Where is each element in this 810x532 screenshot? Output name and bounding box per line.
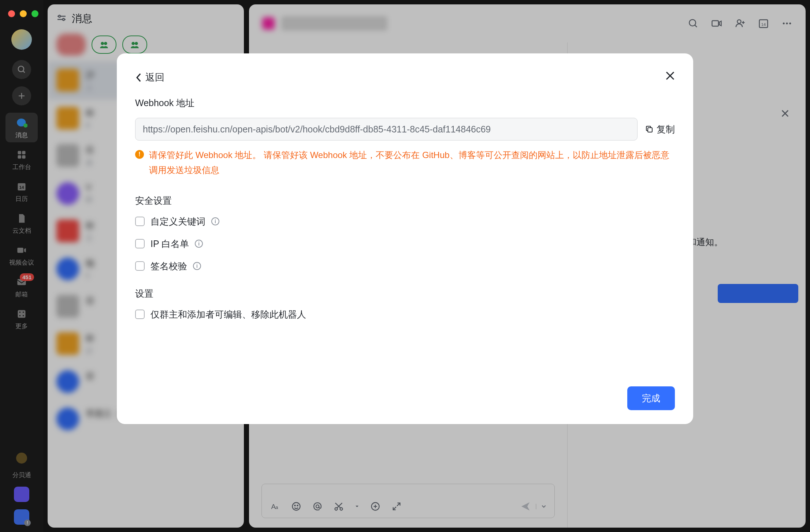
checkbox[interactable] — [135, 261, 145, 271]
checkbox-ip-whitelist[interactable]: IP 白名单 i — [135, 238, 675, 250]
webhook-section-title: Webhook 地址 — [135, 97, 675, 109]
checkbox[interactable] — [135, 239, 145, 248]
warning-text: 请保管好此 Webhook 地址。 请保管好该 Webhook 地址，不要公布在… — [149, 148, 675, 178]
checkbox-label: 签名校验 — [151, 260, 187, 272]
close-button[interactable] — [665, 70, 676, 83]
checkbox-owner-only[interactable]: 仅群主和添加者可编辑、移除此机器人 — [135, 308, 675, 321]
copy-label: 复制 — [657, 123, 675, 135]
checkbox-signature[interactable]: 签名校验 i — [135, 260, 675, 272]
security-section-title: 安全设置 — [135, 195, 675, 207]
checkbox-label: 仅群主和添加者可编辑、移除此机器人 — [151, 308, 306, 321]
info-icon[interactable]: i — [195, 240, 203, 248]
maximize-window-icon[interactable] — [31, 10, 38, 17]
close-window-icon[interactable] — [8, 10, 15, 17]
back-button[interactable]: 返回 — [135, 71, 164, 84]
info-icon[interactable]: i — [193, 262, 201, 270]
info-icon[interactable]: i — [211, 217, 219, 225]
modal-overlay: 返回 Webhook 地址 https://open.feishu.cn/ope… — [0, 0, 810, 532]
checkbox-label: 自定义关键词 — [151, 216, 205, 228]
copy-icon — [645, 125, 654, 134]
warning-icon: ! — [135, 150, 144, 159]
webhook-url-input[interactable]: https://open.feishu.cn/open-apis/bot/v2/… — [135, 118, 638, 141]
svg-rect-61 — [648, 128, 652, 132]
checkbox-custom-keyword[interactable]: 自定义关键词 i — [135, 216, 675, 228]
finish-button[interactable]: 完成 — [627, 386, 675, 410]
checkbox[interactable] — [135, 217, 145, 226]
checkbox[interactable] — [135, 310, 145, 319]
window-controls[interactable] — [8, 10, 38, 17]
back-label: 返回 — [145, 71, 164, 84]
checkbox-label: IP 白名单 — [151, 238, 189, 250]
settings-section-title: 设置 — [135, 288, 675, 300]
copy-button[interactable]: 复制 — [645, 123, 675, 135]
minimize-window-icon[interactable] — [20, 10, 27, 17]
webhook-settings-modal: 返回 Webhook 地址 https://open.feishu.cn/ope… — [117, 53, 693, 424]
